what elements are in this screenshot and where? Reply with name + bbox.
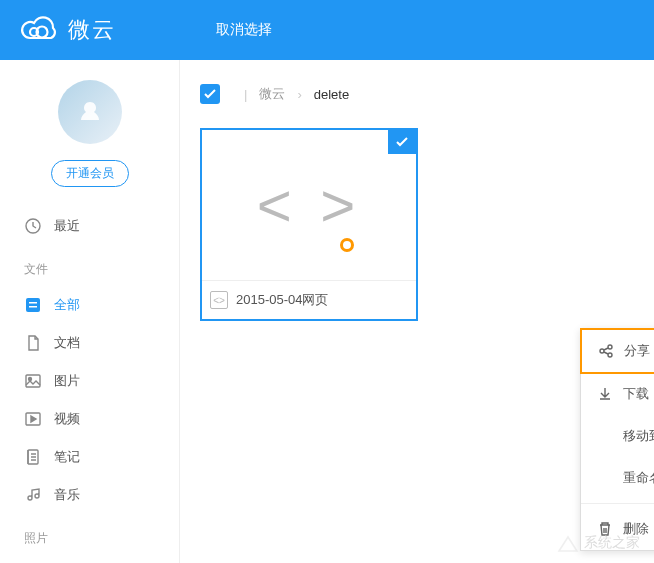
nav-label: 笔记 [54, 448, 80, 466]
breadcrumb-sep: | [244, 87, 247, 102]
menu-divider [581, 503, 654, 504]
nav-label: 最近 [54, 217, 80, 235]
code-icon: < > [257, 171, 362, 240]
nav-notes[interactable]: 笔记 [0, 438, 179, 476]
menu-label: 删除 [623, 520, 649, 538]
svg-rect-6 [26, 375, 40, 387]
all-icon [24, 296, 42, 314]
nav-label: 音乐 [54, 486, 80, 504]
nav-music[interactable]: 音乐 [0, 476, 179, 514]
menu-label: 下载 [623, 385, 649, 403]
menu-label: 移动到 [623, 427, 654, 445]
menu-label: 重命名 [623, 469, 654, 487]
svg-rect-3 [26, 298, 40, 312]
svg-point-13 [608, 353, 612, 357]
menu-rename[interactable]: 重命名 [581, 457, 654, 499]
menu-delete[interactable]: 删除 [581, 508, 654, 550]
highlight-dot-icon [340, 238, 354, 252]
menu-label: 分享 [624, 342, 650, 360]
image-icon [24, 372, 42, 390]
sidebar: 开通会员 最近 文件 全部 文档 图片 [0, 60, 180, 563]
section-files: 文件 [0, 253, 179, 286]
clock-icon [24, 217, 42, 235]
menu-download[interactable]: 下载 [581, 373, 654, 415]
svg-rect-5 [29, 306, 37, 308]
context-menu: 分享 下载 移动到 重命名 删除 [580, 328, 654, 551]
nav-videos[interactable]: 视频 [0, 400, 179, 438]
breadcrumb: | 微云 › delete [200, 84, 634, 104]
download-icon [597, 386, 613, 402]
chevron-right-icon: › [297, 87, 301, 102]
content-area: | 微云 › delete < > <> 2015-05-04网页 [180, 60, 654, 563]
menu-move[interactable]: 移动到 [581, 415, 654, 457]
svg-point-12 [608, 345, 612, 349]
file-name-row: <> 2015-05-04网页 [202, 280, 416, 319]
logo: 微云 [20, 14, 116, 46]
file-thumbnail: < > [202, 130, 416, 280]
music-icon [24, 486, 42, 504]
nav-all[interactable]: 全部 [0, 286, 179, 324]
video-icon [24, 410, 42, 428]
section-photos: 照片 [0, 522, 179, 555]
file-card[interactable]: < > <> 2015-05-04网页 [200, 128, 418, 321]
vip-button[interactable]: 开通会员 [51, 160, 129, 187]
nav-label: 全部 [54, 296, 80, 314]
menu-share[interactable]: 分享 [580, 328, 654, 374]
weiyun-logo-icon [20, 14, 60, 46]
svg-point-11 [600, 349, 604, 353]
share-icon [598, 343, 614, 359]
document-icon [24, 334, 42, 352]
nav-label: 图片 [54, 372, 80, 390]
svg-rect-4 [29, 302, 37, 304]
cancel-select-button[interactable]: 取消选择 [216, 21, 272, 39]
nav-time[interactable]: 时间 [0, 555, 179, 563]
html-file-icon: <> [210, 291, 228, 309]
brand-name: 微云 [68, 15, 116, 45]
avatar[interactable] [58, 80, 122, 144]
trash-icon [597, 521, 613, 537]
file-name: 2015-05-04网页 [236, 291, 329, 309]
nav-docs[interactable]: 文档 [0, 324, 179, 362]
nav-label: 文档 [54, 334, 80, 352]
breadcrumb-current: delete [314, 87, 349, 102]
header: 微云 取消选择 [0, 0, 654, 60]
nav-recent[interactable]: 最近 [0, 207, 179, 245]
breadcrumb-root[interactable]: 微云 [259, 85, 285, 103]
note-icon [24, 448, 42, 466]
nav-images[interactable]: 图片 [0, 362, 179, 400]
select-all-checkbox[interactable] [200, 84, 220, 104]
nav-label: 视频 [54, 410, 80, 428]
